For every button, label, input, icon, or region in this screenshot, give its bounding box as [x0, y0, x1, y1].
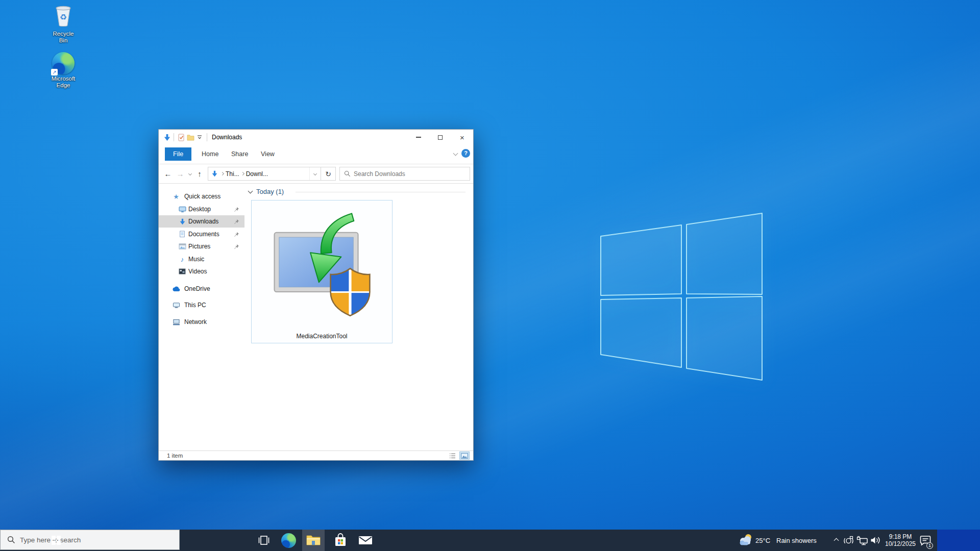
breadcrumb-downloads[interactable]: Downl...	[246, 170, 268, 178]
back-button[interactable]: ←	[162, 167, 174, 181]
notification-badge: 1	[926, 542, 933, 549]
sidebar-item-label: Downloads	[188, 218, 218, 225]
menu-share-tab[interactable]: Share	[224, 147, 255, 161]
taskbar-search-box[interactable]	[0, 530, 180, 550]
taskbar-corner-block	[937, 530, 980, 551]
explorer-search-input[interactable]	[354, 170, 470, 178]
network-icon[interactable]	[855, 530, 869, 551]
qat-customize-chevron-icon[interactable]	[195, 135, 204, 140]
address-bar[interactable]: Thi... Downl...	[208, 167, 321, 181]
address-dropdown-chevron-icon[interactable]	[309, 167, 321, 180]
maximize-button[interactable]	[429, 130, 451, 145]
task-view-button[interactable]	[254, 530, 274, 551]
sidebar-item-label: Network	[184, 318, 207, 325]
meet-now-icon[interactable]	[842, 530, 854, 551]
menu-file-tab[interactable]: File	[165, 147, 191, 161]
desktop-icon-microsoft-edge[interactable]: ↗ Microsoft Edge	[48, 52, 79, 89]
sidebar-item-onedrive[interactable]: OneDrive	[159, 283, 244, 295]
windows-start-icon	[52, 536, 61, 545]
window-title: Downloads	[212, 134, 242, 141]
sidebar-item-network[interactable]: Network	[159, 316, 244, 328]
breadcrumb-separator-icon	[241, 172, 244, 176]
downloads-icon	[178, 218, 186, 225]
sidebar-item-label: Desktop	[188, 206, 211, 213]
sidebar-item-quick-access[interactable]: ★ Quick access	[159, 190, 244, 203]
qat-new-folder-button[interactable]	[186, 134, 195, 141]
pin-icon	[234, 218, 239, 226]
items-count: 1 item	[167, 453, 183, 459]
navigation-bar: ← → ↑ Thi... Downl... ↻	[159, 164, 473, 184]
help-button[interactable]: ?	[461, 149, 470, 158]
sidebar-item-pictures[interactable]: Pictures	[159, 240, 244, 253]
weather-temperature[interactable]: 25°C	[755, 530, 774, 551]
sidebar-item-label: Videos	[188, 268, 207, 275]
mediacreationtool-icon	[267, 207, 378, 321]
taskbar-edge-button[interactable]	[279, 530, 298, 551]
large-icons-view-button[interactable]	[460, 452, 469, 459]
weather-condition[interactable]: Rain showers	[776, 530, 822, 551]
sidebar-item-desktop[interactable]: Desktop	[159, 203, 244, 215]
task-view-icon	[257, 534, 271, 546]
sidebar-item-documents[interactable]: Documents	[159, 228, 244, 240]
music-icon: ♪	[178, 256, 186, 263]
qat-properties-button[interactable]	[177, 134, 186, 141]
details-view-button[interactable]	[448, 452, 457, 459]
sidebar-item-this-pc[interactable]: This PC	[159, 299, 244, 311]
taskbar-clock[interactable]: 9:18 PM 10/12/2025	[885, 530, 916, 551]
menu-home-tab[interactable]: Home	[194, 147, 226, 161]
search-icon	[7, 536, 15, 544]
close-button[interactable]: ×	[451, 130, 473, 145]
pin-icon	[234, 243, 239, 251]
group-collapse-chevron-icon	[248, 189, 253, 194]
svg-text:♻: ♻	[60, 13, 67, 21]
videos-icon	[178, 268, 186, 274]
action-center-button[interactable]: 1	[917, 530, 934, 551]
desktop-icon-label: Recycle Bin	[48, 31, 79, 44]
hidden-icons-chevron-icon[interactable]	[831, 530, 841, 551]
navigation-pane: ★ Quick access Desktop Down	[159, 184, 244, 450]
shortcut-arrow-icon: ↗	[51, 69, 58, 76]
search-icon	[344, 170, 351, 177]
breadcrumb-separator-icon	[220, 172, 224, 176]
up-button[interactable]: ↑	[193, 167, 206, 181]
file-explorer-window: Downloads × File Home Share View ? ← → ↑	[158, 129, 474, 461]
start-button[interactable]	[45, 530, 67, 551]
breadcrumb-this-pc[interactable]: Thi...	[226, 170, 239, 178]
quick-access-star-icon: ★	[172, 193, 180, 201]
volume-icon[interactable]	[869, 530, 882, 551]
statusbar: 1 item	[159, 450, 473, 460]
forward-button[interactable]: →	[174, 167, 186, 181]
wallpaper-light-beam	[0, 0, 980, 551]
menu-view-tab[interactable]: View	[254, 147, 282, 161]
ribbon: File Home Share View ?	[159, 145, 473, 164]
desktop-icon-recycle-bin[interactable]: ♻ Recycle Bin	[48, 4, 79, 44]
titlebar[interactable]: Downloads ×	[159, 130, 473, 145]
clock-time: 9:18 PM	[889, 533, 912, 540]
desktop-icon-label: Microsoft Edge	[48, 76, 79, 89]
pin-icon	[234, 206, 239, 213]
onedrive-cloud-icon	[172, 286, 180, 292]
recycle-bin-icon: ♻	[53, 4, 74, 28]
group-header[interactable]: Today (1)	[249, 188, 284, 195]
sidebar-item-music[interactable]: ♪ Music	[159, 253, 244, 265]
sidebar-item-downloads[interactable]: Downloads	[159, 215, 244, 228]
file-explorer-icon	[306, 534, 321, 546]
sidebar-item-videos[interactable]: Videos	[159, 265, 244, 278]
minimize-button[interactable]	[407, 130, 429, 145]
sidebar-item-label: Quick access	[184, 193, 220, 200]
sidebar-item-label: Music	[188, 256, 204, 263]
pictures-icon	[178, 243, 186, 249]
sidebar-item-label: Documents	[188, 231, 219, 238]
taskbar-store-button[interactable]	[331, 530, 350, 551]
explorer-search-box[interactable]	[339, 167, 470, 181]
ribbon-collapse-chevron-icon[interactable]	[453, 151, 458, 156]
refresh-button[interactable]: ↻	[321, 167, 336, 181]
file-item-mediacreationtool[interactable]: MediaCreationTool	[251, 200, 393, 343]
edge-icon	[281, 533, 296, 548]
taskbar-file-explorer-button[interactable]	[302, 530, 325, 551]
clock-date: 10/12/2025	[885, 540, 916, 547]
recent-locations-chevron-icon[interactable]	[186, 172, 193, 175]
taskbar-mail-button[interactable]	[355, 530, 376, 551]
weather-icon[interactable]	[737, 530, 754, 551]
taskbar-search-input[interactable]	[20, 536, 179, 544]
